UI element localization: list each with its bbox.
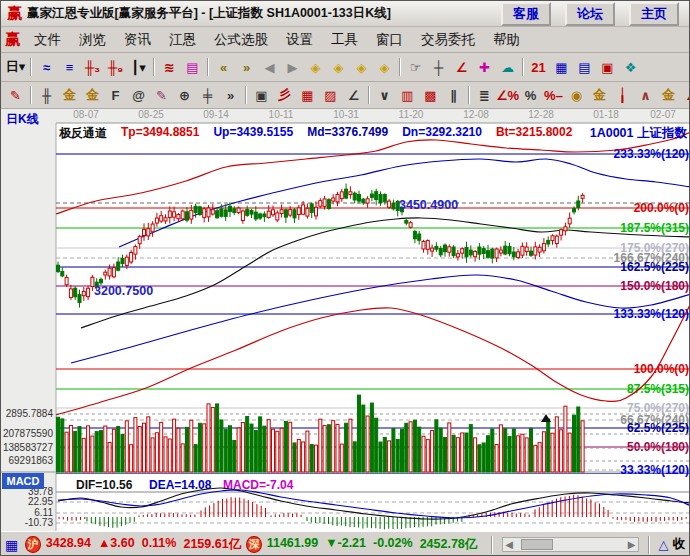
menu-logo-icon: 赢 [5,30,20,49]
kline-style-icon[interactable]: 日▾ [4,57,27,78]
app-logo-icon: 赢 [7,4,22,23]
date-tick: 02-07 [650,109,676,120]
comb-icon[interactable]: ╫ [35,85,58,106]
toolbar-separator [399,58,401,76]
angle-l-icon[interactable]: ∠ [680,85,689,106]
overlay-curve-icon[interactable]: ≈ [35,57,58,78]
notepad-icon[interactable]: ▤ [573,57,596,78]
menu-trade[interactable]: 交易委托 [412,29,484,51]
scroll-left-arrow[interactable]: ◀ [505,540,513,550]
crosshair-icon[interactable]: ┼ [427,57,450,78]
fan-lines-icon[interactable]: 彡 [273,85,296,106]
grid-fill-icon[interactable]: ▦ [296,85,319,106]
price-label: 3200.7500 [94,284,153,298]
angle-lines-icon[interactable]: ∠ [342,85,365,106]
prev-icon[interactable]: ◀ [258,57,281,78]
shanghai-quote[interactable]: 3428.94▲3.600.11%2159.61亿 [46,536,241,553]
calendar-icon[interactable]: 21 [527,57,550,78]
chart-area[interactable]: 08-0708-2509-1410-1110-3111-2012-0812-28… [1,109,690,531]
network-icon[interactable]: ❖ [619,57,642,78]
gold-grid-icon[interactable]: 金 [58,85,81,106]
collapse-control[interactable]: △收 [659,536,686,553]
gold-circle-icon[interactable]: ◉ [565,85,588,106]
gold-line-icon[interactable]: 金 [588,85,611,106]
forum-button[interactable]: 论坛 [565,2,615,26]
menu-window[interactable]: 窗口 [367,29,412,51]
cloud-tool-icon[interactable]: ☁ [496,57,519,78]
macd-panel: 39.7822.956.11-10.73DIF=10.56DEA=14.08MA… [25,478,690,529]
bars-tool-icon[interactable]: ≣ [473,85,496,106]
channel-curves [56,132,690,415]
menu-file[interactable]: 文件 [25,29,70,51]
angle-measure-icon[interactable]: ∠ [450,57,473,78]
date-tick: 09-14 [203,109,229,120]
statusbar-divider [491,536,493,554]
menu-settings[interactable]: 设置 [277,29,322,51]
toolbar-separator [30,58,32,76]
title-bar: 赢 赢家江恩专业版[赢家服务平台] - [上证指数 SH1A0001-133日K… [1,1,689,27]
spiral-icon[interactable]: @ [127,85,150,106]
scroll-right-arrow[interactable]: ▶ [628,540,636,550]
home-button[interactable]: 主页 [629,2,679,26]
brush-icon[interactable]: ✎ [4,85,27,106]
toolbar-main: 日▾≈≡╫₃╫₉┃▾≋▤«»◀▶◈◈◈◈☞┼∠✚☁21▦▤▣❖ [1,53,689,82]
wave-tool-icon[interactable]: ∧ [634,85,657,106]
grid-a-icon[interactable]: ▥ [396,85,419,106]
calculator-icon[interactable]: ▦ [550,57,573,78]
gann-f-icon[interactable]: F [104,85,127,106]
menu-tools[interactable]: 工具 [322,29,367,51]
magenta-tool-icon[interactable]: ✚ [473,57,496,78]
info-list-icon[interactable]: ≡ [58,57,81,78]
menu-browse[interactable]: 浏览 [70,29,115,51]
percent-wave-icon[interactable]: ∠% [496,85,519,106]
pan-hand-icon[interactable]: ☞ [404,57,427,78]
level-label: 133.33%(120) [614,307,689,321]
chart-canvas[interactable]: 08-0708-2509-1410-1110-3111-2012-0812-28… [1,109,690,531]
diamond-right-icon[interactable]: ◈ [327,57,350,78]
candle-pen-icon[interactable]: ╽ [611,85,634,106]
percent-line-icon[interactable]: %– [542,85,565,106]
candle-style-icon[interactable]: ┃▾ [127,57,150,78]
rect-tool-icon[interactable]: ▣ [250,85,273,106]
eraser-brush-icon[interactable]: ✎ [150,85,173,106]
menu-gann[interactable]: 江恩 [160,29,205,51]
v-lines-icon[interactable]: ∨ [373,85,396,106]
quote-table-icon[interactable]: ▦ [5,537,18,553]
bars-3-icon[interactable]: ╫₃ [81,57,104,78]
menu-news[interactable]: 资讯 [115,29,160,51]
compass-icon: △ [659,537,669,552]
more-tools-icon[interactable]: » [219,85,242,106]
shenzhen-amount: 2452.78亿 [420,536,478,553]
toolbar-separator [368,86,370,104]
gold2-icon[interactable]: 金 [657,85,680,106]
diamond-left-icon[interactable]: ◈ [304,57,327,78]
next-icon[interactable]: ▶ [281,57,304,78]
menu-help[interactable]: 帮助 [484,29,529,51]
gold-grid2-icon[interactable]: 金 [81,85,104,106]
grid-b-icon[interactable]: ▩ [419,85,442,106]
bars-9-icon[interactable]: ╫₉ [104,57,127,78]
level-label: 33.33%(120) [620,463,689,477]
last-icon[interactable]: » [235,57,258,78]
grid-shade-icon[interactable]: ▨ [319,85,342,106]
scrollbar-thumb[interactable] [521,539,553,550]
percent-icon[interactable]: % [519,85,542,106]
horizontal-scrollbar[interactable]: ◀▶ [502,537,638,552]
diamond-h-icon[interactable]: ◈ [350,57,373,78]
level-label: 200.0%(0) [634,201,689,215]
save-icon[interactable]: ▣ [596,57,619,78]
macd-tab[interactable]: MACD [2,473,44,489]
price-labels: 3450.49003200.7500 [94,198,551,422]
menu-formula-stock-pick[interactable]: 公式选股 [205,29,277,51]
shenzhen-quote[interactable]: 11461.99▼-2.21-0.02%2452.78亿 [267,536,478,553]
zigzag-box-icon[interactable]: ≋ [158,57,181,78]
color-lines-icon[interactable]: ▤ [181,57,204,78]
comb2-icon[interactable]: ╪ [196,85,219,106]
kline-period-tab[interactable]: 日K线 [6,111,39,128]
diamond-all-icon[interactable]: ◈ [373,57,396,78]
parallel-icon[interactable]: ∥ [442,85,465,106]
circle-cross-icon[interactable]: ⊕ [173,85,196,106]
menu-bar: 赢 文件浏览资讯江恩公式选股设置工具窗口交易委托帮助 [1,27,689,53]
support-button[interactable]: 客服 [501,2,551,26]
first-icon[interactable]: « [212,57,235,78]
